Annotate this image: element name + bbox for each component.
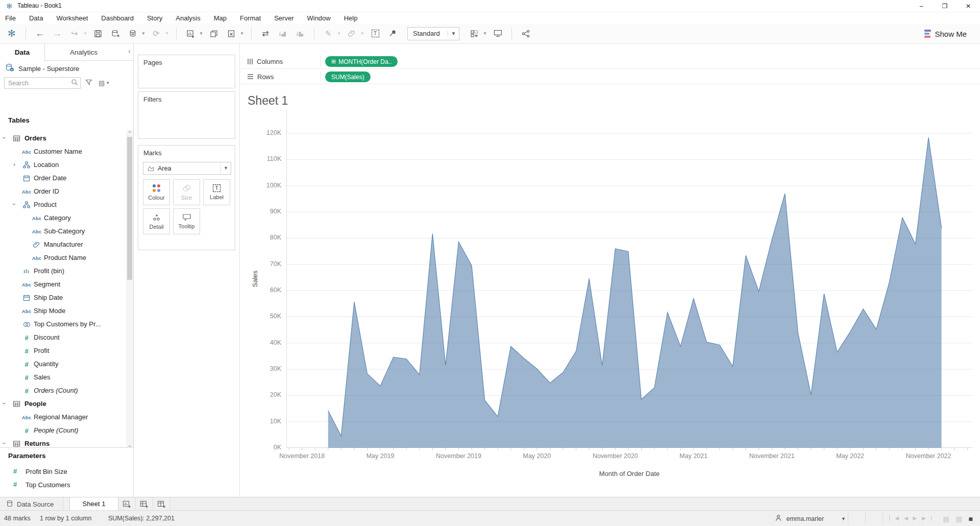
menu-worksheet[interactable]: Worksheet	[55, 14, 89, 22]
data-source-tab[interactable]: Data Source	[0, 497, 63, 511]
sheet-sorter-icon[interactable]: ▦	[943, 515, 949, 523]
replay-button-caret[interactable]: ▼	[83, 31, 88, 36]
group-members-button-caret[interactable]: ▼	[360, 31, 365, 36]
mark-type-dropdown[interactable]: Area ▼	[143, 162, 231, 175]
fit-selector[interactable]: Standard▼	[407, 27, 459, 40]
data-pane-scrollbar[interactable]: ⌃ ⌄	[126, 130, 133, 448]
sort-ascending-button[interactable]	[275, 26, 290, 41]
menu-file[interactable]: File	[4, 14, 17, 22]
previous-sheet-icon[interactable]: ◀	[904, 515, 908, 521]
menu-help[interactable]: Help	[343, 14, 359, 22]
field-row-profit[interactable]: #Profit	[0, 344, 125, 357]
chevron-down-icon[interactable]: ›	[3, 134, 5, 141]
last-sheet-icon[interactable]: ▶	[922, 515, 926, 521]
user-menu[interactable]: emma.marler ▼	[775, 511, 846, 526]
menu-map[interactable]: Map	[213, 14, 228, 22]
field-row-orders[interactable]: ›Orders	[0, 132, 125, 145]
field-row-discount[interactable]: #Discount	[0, 331, 125, 344]
pause-auto-updates-button-caret[interactable]: ▼	[141, 31, 146, 36]
run-update-button-caret[interactable]: ▼	[165, 31, 170, 36]
field-row-manufacturer[interactable]: Manufacturer	[0, 238, 125, 251]
show-mark-labels-button[interactable]: T	[368, 26, 383, 41]
field-row-ship-date[interactable]: Ship Date	[0, 291, 125, 304]
clear-sheet-button-caret[interactable]: ▼	[240, 31, 245, 36]
group-members-button[interactable]	[344, 26, 359, 41]
close-button[interactable]: ✕	[957, 0, 980, 12]
scroll-up-icon[interactable]: ⌃	[126, 130, 133, 137]
field-row-orders-count[interactable]: #Orders (Count)	[0, 384, 125, 397]
next-sheet-icon[interactable]: ▶	[913, 515, 917, 521]
chevron-down-icon[interactable]: ›	[3, 440, 5, 447]
run-update-button[interactable]: ⟳	[149, 26, 164, 41]
highlight-button-caret[interactable]: ▼	[337, 31, 342, 36]
area-chart-svg[interactable]	[286, 110, 973, 451]
chevron-down-icon[interactable]: ›	[13, 201, 15, 208]
menu-server[interactable]: Server	[273, 14, 295, 22]
field-row-regional-manager[interactable]: AbcRegional Manager	[0, 411, 125, 424]
field-row-people[interactable]: ›People	[0, 397, 125, 411]
colour-button[interactable]: Colour	[143, 179, 170, 205]
swap-rows-columns-button[interactable]: ⇄	[258, 26, 273, 41]
tab-data[interactable]: Data	[0, 44, 45, 61]
tooltip-button[interactable]: Tooltip	[173, 208, 200, 234]
new-worksheet-button[interactable]	[183, 26, 198, 41]
chevron-right-icon[interactable]: ›	[13, 161, 15, 168]
menu-story[interactable]: Story	[146, 14, 163, 22]
share-button[interactable]	[518, 26, 533, 41]
columns-pill-month-order-date[interactable]: ⊞ MONTH(Order Da..	[325, 56, 398, 67]
clear-sheet-button[interactable]	[224, 26, 239, 41]
datasource-row[interactable]: Sample - Superstore	[0, 61, 134, 76]
view-as-icon[interactable]: ▤▼	[99, 79, 110, 87]
filter-fields-icon[interactable]	[85, 79, 92, 88]
columns-shelf[interactable]: Columns ⊞ MONTH(Order Da..	[240, 54, 980, 69]
sheet-tab-sheet1[interactable]: Sheet 1	[69, 497, 118, 511]
highlight-button[interactable]: ✎	[321, 26, 336, 41]
field-row-people-count[interactable]: #People (Count)	[0, 424, 125, 437]
new-story-tab-button[interactable]	[154, 497, 170, 511]
pages-shelf[interactable]: Pages	[138, 55, 235, 88]
new-datasource-button[interactable]	[108, 26, 123, 41]
new-worksheet-button-caret[interactable]: ▼	[199, 31, 204, 36]
collapse-pane-icon[interactable]: ‹	[128, 47, 131, 55]
replay-button[interactable]: ↪	[67, 26, 82, 41]
field-row-sub-category[interactable]: AbcSub-Category	[0, 225, 125, 238]
show-me-button[interactable]: Show Me	[924, 27, 967, 40]
first-sheet-icon[interactable]: ◀	[895, 515, 899, 521]
show-hide-cards-button[interactable]	[467, 26, 482, 41]
rows-shelf[interactable]: Rows SUM(Sales)	[240, 69, 980, 84]
sales-area-chart[interactable]	[286, 110, 973, 451]
rows-pill-sum-sales[interactable]: SUM(Sales)	[325, 71, 371, 82]
menu-analysis[interactable]: Analysis	[175, 14, 201, 22]
save-button[interactable]	[90, 26, 106, 41]
filmstrip-icon[interactable]: ▦	[955, 515, 962, 523]
new-dashboard-tab-button[interactable]	[136, 497, 153, 511]
detail-button[interactable]: Detail	[143, 208, 170, 234]
presentation-mode-button[interactable]	[490, 26, 505, 41]
minimize-button[interactable]: –	[910, 0, 933, 12]
menu-format[interactable]: Format	[239, 14, 262, 22]
field-row-product-name[interactable]: AbcProduct Name	[0, 251, 125, 265]
search-input[interactable]	[4, 77, 81, 89]
redo-button[interactable]: →	[50, 26, 65, 41]
parameter-row-top-customers[interactable]: #Top Customers	[0, 479, 125, 492]
show-hide-cards-button-caret[interactable]: ▼	[483, 31, 488, 36]
sort-descending-button[interactable]	[292, 26, 308, 41]
chevron-down-icon[interactable]: ›	[3, 400, 5, 407]
show-tabs-icon[interactable]: ■	[969, 515, 973, 523]
scrollbar-thumb[interactable]	[127, 137, 132, 280]
field-row-quantity[interactable]: #Quantity	[0, 357, 125, 371]
tab-analytics[interactable]: Analytics	[45, 44, 122, 61]
field-row-top-customers-by-pr[interactable]: Top Customers by Pr...	[0, 318, 125, 331]
pause-auto-updates-button[interactable]	[125, 26, 140, 41]
menu-data[interactable]: Data	[28, 14, 44, 22]
field-row-ship-mode[interactable]: AbcShip Mode	[0, 304, 125, 318]
field-row-category[interactable]: AbcCategory	[0, 211, 125, 225]
field-row-order-date[interactable]: Order Date	[0, 172, 125, 185]
parameter-row-profit-bin-size[interactable]: #Profit Bin Size	[0, 465, 125, 479]
size-button[interactable]: Size	[173, 179, 200, 205]
filters-shelf[interactable]: Filters	[138, 91, 235, 139]
field-row-location[interactable]: ›Location	[0, 158, 125, 172]
field-row-sales[interactable]: #Sales	[0, 371, 125, 384]
menu-window[interactable]: Window	[306, 14, 331, 22]
field-row-product[interactable]: ›Product	[0, 198, 125, 211]
